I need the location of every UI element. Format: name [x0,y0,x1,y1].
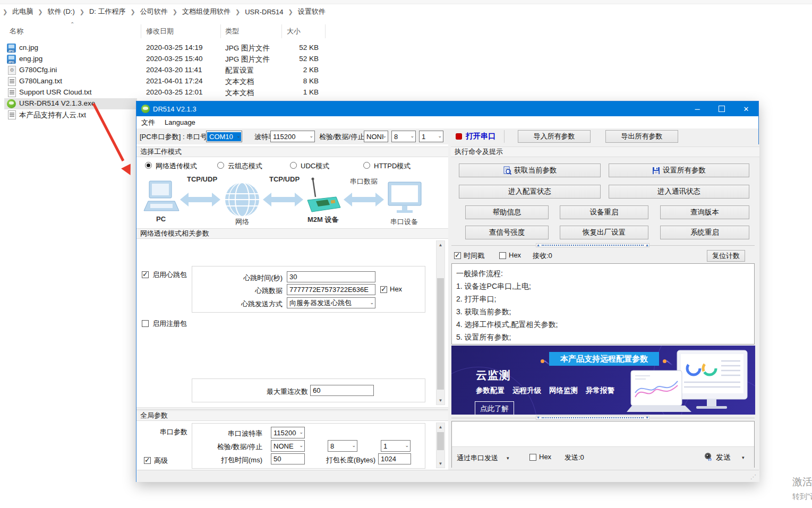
advanced-checkbox[interactable] [144,457,151,464]
column-header-name[interactable]: 名称 [10,27,23,36]
query-signal-button[interactable]: 查信号强度 [465,226,549,239]
banner-title: 云监测 [476,368,511,383]
enter-comm-button[interactable]: 进入通讯状态 [609,185,749,199]
global-params-scrollbar[interactable]: ▲ ▼ [436,423,445,468]
send-button[interactable]: 发送 [716,453,731,462]
help-info-button[interactable]: 帮助信息 [465,205,549,219]
pack-len-input[interactable]: 1024 [378,453,411,464]
heartbeat-time-input[interactable]: 30 [287,271,375,282]
resize-grip[interactable]: ⋰ [750,473,757,480]
file-name[interactable]: G780Cfg.ini [19,66,57,74]
maximize-button[interactable] [710,101,734,116]
stopbits-select[interactable]: 1 ⌄ [419,131,443,142]
send-hex-checkbox[interactable] [529,454,536,461]
enable-heartbeat-label[interactable]: 启用心跳包 [152,270,187,280]
breadcrumb-work-programs[interactable]: D: 工作程序 [89,7,126,16]
column-header-date[interactable]: 修改日期 [146,27,174,36]
heartbeat-data-input[interactable]: 7777772E7573722E636E [287,284,375,295]
parity-select[interactable]: NONI ⌄ [364,131,388,142]
enable-register-label[interactable]: 启用注册包 [152,319,187,329]
scroll-up-icon[interactable]: ▲ [437,423,445,431]
advanced-label[interactable]: 高级 [154,456,168,466]
radio-cloud-scada-mode[interactable] [217,162,224,169]
timestamp-checkbox[interactable] [454,252,461,259]
enter-config-button[interactable]: 进入配置状态 [459,185,601,199]
global-stopbits-select[interactable]: 1 ⌄ [381,440,411,452]
timestamp-label[interactable]: 时间戳 [464,251,484,261]
mode-label-net-transparent[interactable]: 网络透传模式 [156,161,197,171]
breadcrumb-this-pc[interactable]: 此电脑 [12,7,33,16]
breadcrumb-drive-d[interactable]: 软件 (D:) [47,7,74,16]
factory-reset-button[interactable]: 恢复出厂设置 [560,226,648,239]
serial-toolbar: [PC串口参数] : 串口号 COM10 ⌄ 波特率 115200 ⌄ 检验/数… [136,128,758,145]
splitter-handle[interactable]: ▼ ▼ [536,416,649,420]
global-databits-select[interactable]: 8 ⌄ [328,440,357,452]
radio-udc-mode[interactable] [290,162,297,169]
column-header-size[interactable]: 大小 [287,27,301,36]
file-row[interactable]: ⚙ G780Cfg.ini 2024-03-20 11:41 配置设置 2 KB [0,65,637,76]
recv-hex-label[interactable]: Hex [509,251,521,259]
databits-select[interactable]: 8 ⌄ [391,131,416,142]
global-baud-select[interactable]: 115200 ⌄ [271,427,305,438]
breadcrumb-company-software[interactable]: 公司软件 [140,7,168,16]
scrollbar-thumb[interactable] [437,278,444,390]
minimize-button[interactable]: ─ [685,101,710,116]
close-button[interactable]: ✕ [734,101,758,116]
file-name[interactable]: G780Lang.txt [19,77,62,85]
breadcrumb-setup-software[interactable]: 设置软件 [298,7,326,16]
mode-label-cloud-scada[interactable]: 云组态模式 [228,161,262,171]
global-parity-select[interactable]: NONE ⌄ [271,440,305,452]
open-serial-button[interactable]: 打开串口 [466,132,495,141]
mode-label-httpd[interactable]: HTTPD模式 [374,161,411,171]
menu-language[interactable]: Language [160,116,200,128]
file-row[interactable]: eng.jpg 2020-03-25 15:40 JPG 图片文件 52 KB [0,54,637,65]
send-via-dropdown[interactable]: 通过串口发送 [457,453,498,463]
banner-cta-button[interactable]: 点此了解 [475,401,514,415]
column-header-type[interactable]: 类型 [225,27,239,36]
heartbeat-hex-label[interactable]: Hex [390,285,402,293]
send-hex-label[interactable]: Hex [539,453,551,461]
breadcrumb-usr-dr514[interactable]: USR-DR514 [245,8,283,16]
file-row[interactable]: cn.jpg 2020-03-25 14:19 JPG 图片文件 52 KB [0,42,637,54]
export-params-button[interactable]: 导出所有参数 [605,130,678,143]
max-reconnect-input[interactable]: 60 [310,385,374,396]
set-params-button[interactable]: 设置所有参数 [609,163,749,177]
panel-splitter[interactable] [136,408,448,408]
scrollbar-thumb[interactable] [437,432,444,450]
file-row[interactable]: G780Lang.txt 2021-04-01 17:24 文本文档 8 KB [0,76,637,87]
file-name[interactable]: cn.jpg [19,44,38,51]
get-params-button[interactable]: 获取当前参数 [459,163,601,177]
net-params-scrollbar[interactable]: ▲ ▼ [436,240,445,405]
heartbeat-hex-checkbox[interactable] [380,286,387,293]
enable-heartbeat-checkbox[interactable] [142,271,149,278]
promo-banner[interactable]: 本产品支持远程配置参数 云监测 参数配置 远程升级 网络监测 异常报警 点此了解 [451,346,755,415]
baud-select[interactable]: 115200 ⌄ [270,131,315,142]
query-version-button[interactable]: 查询版本 [660,205,749,219]
scroll-up-icon[interactable]: ▲ [437,241,445,249]
splitter-handle[interactable]: ▲ ▲ [536,243,649,247]
banner-badge: 本产品支持远程配置参数 [549,352,659,366]
scroll-down-icon[interactable]: ▼ [437,460,445,468]
radio-httpd-mode[interactable] [363,162,370,169]
heartbeat-mode-select[interactable]: 向服务器发送心跳包 ⌄ [287,297,375,308]
title-bar[interactable]: DR514 V2.1.3 ─ ✕ [136,101,758,116]
reset-count-button[interactable]: 复位计数 [707,250,745,262]
device-restart-button[interactable]: 设备重启 [560,205,648,219]
breadcrumb-doc-group-software[interactable]: 文档组使用软件 [182,7,230,16]
enable-register-checkbox[interactable] [142,320,149,327]
panel-splitter[interactable] [136,409,448,410]
com-port-select[interactable]: COM10 ⌄ [206,131,242,142]
mode-label-udc[interactable]: UDC模式 [301,161,329,171]
radio-net-transparent-mode[interactable] [145,162,152,169]
sparkle-icon [541,359,544,363]
recv-hex-checkbox[interactable] [499,252,506,259]
pack-time-input[interactable]: 50 [271,453,305,464]
scroll-down-icon[interactable]: ▼ [437,397,445,404]
import-params-button[interactable]: 导入所有参数 [518,130,591,143]
column-divider [220,24,221,38]
file-name[interactable]: eng.jpg [19,55,42,63]
system-restart-button[interactable]: 系统重启 [660,226,749,239]
heartbeat-mode-label: 心跳发送方式 [213,299,283,309]
diagram-link2-label: TCP/UDP [269,175,300,183]
receive-log[interactable]: 一般操作流程: 1. 设备连PC串口,上电; 2. 打开串口; 3. 获取当前参… [451,263,755,345]
